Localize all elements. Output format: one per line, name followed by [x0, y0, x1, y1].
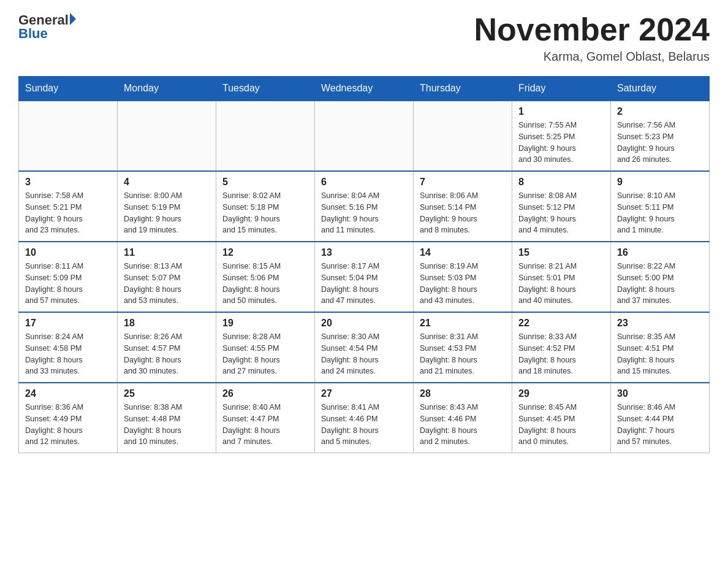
day-info: Sunrise: 8:02 AMSunset: 5:18 PMDaylight:… — [222, 190, 308, 236]
day-number: 12 — [222, 247, 308, 258]
day-number: 30 — [617, 388, 703, 399]
day-of-week-header: Wednesday — [315, 77, 414, 101]
day-number: 9 — [617, 177, 703, 188]
calendar-day-cell: 25Sunrise: 8:38 AMSunset: 4:48 PMDayligh… — [118, 383, 216, 453]
day-info: Sunrise: 7:56 AMSunset: 5:23 PMDaylight:… — [617, 120, 703, 166]
calendar-day-cell: 14Sunrise: 8:19 AMSunset: 5:03 PMDayligh… — [414, 242, 512, 312]
day-number: 1 — [518, 106, 604, 117]
calendar-day-cell: 21Sunrise: 8:31 AMSunset: 4:53 PMDayligh… — [414, 312, 512, 383]
day-info: Sunrise: 8:33 AMSunset: 4:52 PMDaylight:… — [518, 331, 604, 377]
day-number: 19 — [222, 318, 308, 329]
calendar-week-row: 1Sunrise: 7:55 AMSunset: 5:25 PMDaylight… — [19, 101, 710, 171]
calendar-table: SundayMondayTuesdayWednesdayThursdayFrid… — [18, 76, 710, 453]
calendar-day-cell: 24Sunrise: 8:36 AMSunset: 4:49 PMDayligh… — [19, 383, 118, 453]
day-number: 8 — [518, 177, 604, 188]
calendar-day-cell — [19, 101, 118, 171]
day-info: Sunrise: 8:28 AMSunset: 4:55 PMDaylight:… — [222, 331, 308, 377]
day-of-week-header: Saturday — [611, 77, 710, 101]
day-number: 29 — [518, 388, 604, 399]
calendar-day-cell: 1Sunrise: 7:55 AMSunset: 5:25 PMDaylight… — [512, 101, 611, 171]
calendar-day-cell: 27Sunrise: 8:41 AMSunset: 4:46 PMDayligh… — [315, 383, 414, 453]
day-info: Sunrise: 8:00 AMSunset: 5:19 PMDaylight:… — [124, 190, 210, 236]
day-info: Sunrise: 8:22 AMSunset: 5:00 PMDaylight:… — [617, 261, 703, 307]
day-of-week-header: Sunday — [19, 77, 118, 101]
calendar-day-cell — [118, 101, 216, 171]
calendar-day-cell: 7Sunrise: 8:06 AMSunset: 5:14 PMDaylight… — [414, 171, 512, 242]
day-number: 22 — [518, 318, 604, 329]
day-info: Sunrise: 8:46 AMSunset: 4:44 PMDaylight:… — [617, 402, 703, 448]
day-number: 16 — [617, 247, 703, 258]
day-number: 23 — [617, 318, 703, 329]
day-number: 28 — [420, 388, 506, 399]
day-info: Sunrise: 8:11 AMSunset: 5:09 PMDaylight:… — [25, 261, 111, 307]
calendar-day-cell: 4Sunrise: 8:00 AMSunset: 5:19 PMDaylight… — [118, 171, 216, 242]
calendar-day-cell: 9Sunrise: 8:10 AMSunset: 5:11 PMDaylight… — [611, 171, 710, 242]
calendar-day-cell: 18Sunrise: 8:26 AMSunset: 4:57 PMDayligh… — [118, 312, 216, 383]
calendar-day-cell: 15Sunrise: 8:21 AMSunset: 5:01 PMDayligh… — [512, 242, 611, 312]
calendar-day-cell: 16Sunrise: 8:22 AMSunset: 5:00 PMDayligh… — [611, 242, 710, 312]
day-info: Sunrise: 8:38 AMSunset: 4:48 PMDaylight:… — [124, 402, 210, 448]
calendar-day-cell — [315, 101, 414, 171]
day-number: 4 — [124, 177, 210, 188]
calendar-day-cell: 26Sunrise: 8:40 AMSunset: 4:47 PMDayligh… — [216, 383, 315, 453]
calendar-day-cell: 17Sunrise: 8:24 AMSunset: 4:58 PMDayligh… — [19, 312, 118, 383]
title-block: November 2024 Karma, Gomel Oblast, Belar… — [474, 12, 710, 64]
calendar-week-row: 17Sunrise: 8:24 AMSunset: 4:58 PMDayligh… — [19, 312, 710, 383]
calendar-week-row: 24Sunrise: 8:36 AMSunset: 4:49 PMDayligh… — [19, 383, 710, 453]
calendar-day-cell: 12Sunrise: 8:15 AMSunset: 5:06 PMDayligh… — [216, 242, 315, 312]
day-info: Sunrise: 8:19 AMSunset: 5:03 PMDaylight:… — [420, 261, 506, 307]
day-info: Sunrise: 8:36 AMSunset: 4:49 PMDaylight:… — [25, 402, 111, 448]
day-number: 2 — [617, 106, 703, 117]
calendar-day-cell: 8Sunrise: 8:08 AMSunset: 5:12 PMDaylight… — [512, 171, 611, 242]
day-number: 11 — [124, 247, 210, 258]
calendar-day-cell: 6Sunrise: 8:04 AMSunset: 5:16 PMDaylight… — [315, 171, 414, 242]
day-number: 25 — [124, 388, 210, 399]
calendar-day-cell: 29Sunrise: 8:45 AMSunset: 4:45 PMDayligh… — [512, 383, 611, 453]
day-number: 5 — [222, 177, 308, 188]
logo-triangle-icon — [70, 13, 76, 25]
month-title: November 2024 — [474, 12, 710, 47]
day-of-week-header: Tuesday — [216, 77, 315, 101]
day-info: Sunrise: 7:58 AMSunset: 5:21 PMDaylight:… — [25, 190, 111, 236]
calendar-day-cell: 2Sunrise: 7:56 AMSunset: 5:23 PMDaylight… — [611, 101, 710, 171]
day-number: 27 — [321, 388, 407, 399]
calendar-day-cell: 5Sunrise: 8:02 AMSunset: 5:18 PMDaylight… — [216, 171, 315, 242]
day-info: Sunrise: 8:40 AMSunset: 4:47 PMDaylight:… — [222, 402, 308, 448]
day-info: Sunrise: 8:06 AMSunset: 5:14 PMDaylight:… — [420, 190, 506, 236]
day-info: Sunrise: 8:41 AMSunset: 4:46 PMDaylight:… — [321, 402, 407, 448]
day-info: Sunrise: 8:21 AMSunset: 5:01 PMDaylight:… — [518, 261, 604, 307]
calendar-week-row: 3Sunrise: 7:58 AMSunset: 5:21 PMDaylight… — [19, 171, 710, 242]
day-number: 17 — [25, 318, 111, 329]
day-number: 10 — [25, 247, 111, 258]
day-info: Sunrise: 8:08 AMSunset: 5:12 PMDaylight:… — [518, 190, 604, 236]
day-info: Sunrise: 8:13 AMSunset: 5:07 PMDaylight:… — [124, 261, 210, 307]
day-info: Sunrise: 8:35 AMSunset: 4:51 PMDaylight:… — [617, 331, 703, 377]
day-number: 7 — [420, 177, 506, 188]
day-number: 20 — [321, 318, 407, 329]
calendar-day-cell: 13Sunrise: 8:17 AMSunset: 5:04 PMDayligh… — [315, 242, 414, 312]
calendar-day-cell: 23Sunrise: 8:35 AMSunset: 4:51 PMDayligh… — [611, 312, 710, 383]
day-number: 6 — [321, 177, 407, 188]
day-number: 13 — [321, 247, 407, 258]
day-number: 15 — [518, 247, 604, 258]
calendar-day-cell: 11Sunrise: 8:13 AMSunset: 5:07 PMDayligh… — [118, 242, 216, 312]
day-info: Sunrise: 8:45 AMSunset: 4:45 PMDaylight:… — [518, 402, 604, 448]
day-number: 3 — [25, 177, 111, 188]
calendar-day-cell: 30Sunrise: 8:46 AMSunset: 4:44 PMDayligh… — [611, 383, 710, 453]
day-of-week-header: Monday — [118, 77, 216, 101]
day-info: Sunrise: 8:26 AMSunset: 4:57 PMDaylight:… — [124, 331, 210, 377]
calendar-day-cell: 10Sunrise: 8:11 AMSunset: 5:09 PMDayligh… — [19, 242, 118, 312]
day-headers-row: SundayMondayTuesdayWednesdayThursdayFrid… — [19, 77, 710, 101]
day-of-week-header: Thursday — [414, 77, 512, 101]
calendar-day-cell: 3Sunrise: 7:58 AMSunset: 5:21 PMDaylight… — [19, 171, 118, 242]
day-number: 14 — [420, 247, 506, 258]
calendar-day-cell — [216, 101, 315, 171]
day-info: Sunrise: 8:04 AMSunset: 5:16 PMDaylight:… — [321, 190, 407, 236]
calendar-header: SundayMondayTuesdayWednesdayThursdayFrid… — [19, 77, 710, 101]
page-header: General Blue November 2024 Karma, Gomel … — [18, 12, 710, 64]
logo: General Blue — [18, 12, 76, 42]
day-of-week-header: Friday — [512, 77, 611, 101]
day-info: Sunrise: 8:17 AMSunset: 5:04 PMDaylight:… — [321, 261, 407, 307]
day-info: Sunrise: 8:31 AMSunset: 4:53 PMDaylight:… — [420, 331, 506, 377]
day-info: Sunrise: 8:15 AMSunset: 5:06 PMDaylight:… — [222, 261, 308, 307]
